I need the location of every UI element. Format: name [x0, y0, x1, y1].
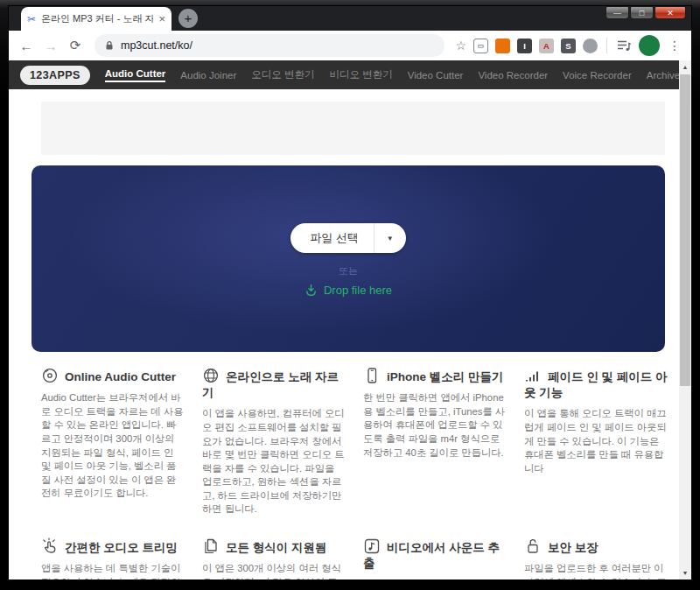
feature-cut-online: 온라인으로 노래 자르기 이 앱을 사용하면, 컴퓨터에 오디오 편집 소프트웨…	[202, 367, 346, 516]
i-extension-icon[interactable]: I	[517, 39, 532, 53]
hand-click-icon	[41, 537, 59, 555]
document-icon	[202, 537, 220, 555]
nav-item-video-converter[interactable]: 비디오 변환기	[329, 68, 392, 81]
close-button[interactable]: ✕	[654, 6, 686, 19]
feature-fade-in-out: 페이드 인 및 페이드 아웃 기능 이 앱을 통해 오디오 트랙이 매끄럽게 페…	[524, 367, 668, 516]
maximize-icon: □	[640, 9, 644, 18]
bookmark-star-icon[interactable]: ☆	[455, 39, 466, 53]
logo-123apps[interactable]: 123APPS	[20, 66, 90, 85]
url-text[interactable]: mp3cut.net/ko/	[121, 39, 192, 52]
maximize-button[interactable]: □	[630, 6, 654, 19]
feature-extract-sound: 비디오에서 사운드 추출 Audio Cutter를 통해 비디오에서 오디오 …	[363, 537, 508, 579]
round-extension-icon[interactable]	[583, 39, 598, 53]
toolbar-separator	[606, 38, 607, 53]
upload-dropzone[interactable]: 파일 선택 ▼ 또는 Drop file here	[32, 165, 665, 352]
feature-title: 보안 보장	[548, 541, 598, 554]
feature-title: 모든 형식이 지원됨	[226, 541, 327, 554]
drop-file-link[interactable]: Drop file here	[304, 284, 392, 297]
page-scrollbar[interactable]: ▲ ▼	[679, 60, 691, 579]
s-extension-icon[interactable]: S	[561, 39, 576, 53]
drop-file-label: Drop file here	[324, 284, 392, 297]
feature-title: 비디오에서 사운드 추출	[363, 541, 500, 570]
feature-iphone-ringtone: iPhone 벨소리 만들기 한 번만 클릭하면 앱에서 iPhone용 벨소리…	[363, 367, 508, 516]
chevron-down-icon[interactable]: ▼	[374, 223, 406, 253]
profile-avatar[interactable]	[639, 35, 660, 56]
forward-icon[interactable]: →	[42, 39, 60, 53]
or-label: 또는	[339, 264, 358, 277]
download-icon	[304, 284, 318, 297]
ad-placeholder	[41, 102, 665, 155]
feature-text: 이 앱을 통해 오디오 트랙이 매끄럽게 페이드 인 및 페이드 아웃되게 만들…	[524, 407, 668, 475]
media-queue-icon[interactable]	[616, 39, 632, 53]
feature-text: 앱을 사용하는 데 특별한 기술이 필요하지 않습니다. 매우 간단합니다. 파…	[41, 562, 186, 579]
pip-extension-icon[interactable]: ▭	[473, 39, 488, 53]
lock-icon	[105, 40, 114, 51]
feature-title: 페이드 인 및 페이드 아웃 기능	[524, 370, 668, 399]
browser-tab[interactable]: ✂ 온라인 MP3 커터 - 노래 자르기 ×	[21, 7, 172, 31]
scroll-down-icon[interactable]: ▼	[682, 566, 689, 579]
minimize-button[interactable]: —	[606, 6, 629, 19]
browser-toolbar: ← → ⟳ mp3cut.net/ko/ ☆ ▭ I A S ⋮	[9, 31, 691, 60]
page-content: 파일 선택 ▼ 또는 Drop file here	[9, 89, 679, 579]
feature-text: 파일을 업로드한 후 여러분만 이 파일에 액세스할 수 있습니다. 프로세스의…	[524, 562, 668, 579]
nav-item-video-cutter[interactable]: Video Cutter	[408, 70, 464, 81]
music-note-icon	[363, 537, 381, 555]
acrobat-extension-icon[interactable]: A	[539, 39, 554, 53]
tab-title: 온라인 MP3 커터 - 노래 자르기	[41, 12, 153, 25]
iphone-icon	[363, 367, 381, 384]
feature-title: 온라인으로 노래 자르기	[202, 370, 339, 399]
scroll-up-icon[interactable]: ▲	[682, 60, 689, 74]
nav-item-audio-joiner[interactable]: Audio Joiner	[180, 70, 236, 81]
globe-icon	[202, 367, 220, 384]
feature-text: 이 앱은 300개 이상의 여러 형식을 지원하며, 더 많은 형식이 목록에 …	[202, 562, 346, 579]
tab-strip: ✂ 온라인 MP3 커터 - 노래 자르기 × +	[9, 6, 691, 31]
back-icon[interactable]: ←	[18, 39, 35, 53]
feature-text: Audio Cutter를 통해 비디오에서 오디오 트랙을 추출할 수 있습니…	[363, 579, 508, 580]
scrollbar-thumb[interactable]	[680, 74, 690, 386]
new-tab-button[interactable]: +	[178, 9, 198, 28]
disc-icon	[41, 367, 59, 384]
file-select-button[interactable]: 파일 선택 ▼	[290, 223, 406, 253]
scissors-favicon-icon: ✂	[27, 13, 36, 25]
feature-title: 간편한 오디오 트리밍	[65, 541, 178, 554]
nav-item-audio-converter[interactable]: 오디오 변환기	[251, 68, 314, 81]
feature-title: Online Audio Cutter	[65, 370, 176, 383]
tab-close-icon[interactable]: ×	[158, 12, 165, 25]
feature-security: 보안 보장 파일을 업로드한 후 여러분만 이 파일에 액세스할 수 있습니다.…	[524, 537, 668, 579]
feature-text: Audio Cutter는 브라우저에서 바로 오디오 트랙을 자르는 데 사용…	[41, 391, 186, 501]
nav-item-video-recorder[interactable]: Video Recorder	[478, 70, 548, 81]
nav-item-voice-recorder[interactable]: Voice Recorder	[563, 70, 632, 81]
fade-bars-icon	[524, 367, 542, 384]
features-grid: Online Audio Cutter Audio Cutter는 브라우저에서…	[41, 367, 668, 579]
orange-extension-icon[interactable]	[495, 39, 510, 53]
nav-item-audio-cutter[interactable]: Audio Cutter	[105, 68, 166, 82]
feature-text: 한 번만 클릭하면 앱에서 iPhone용 벨소리를 만들고, iTunes를 …	[363, 391, 508, 460]
address-bar[interactable]: mp3cut.net/ko/	[94, 34, 444, 57]
feature-online-audio-cutter: Online Audio Cutter Audio Cutter는 브라우저에서…	[41, 367, 186, 516]
browser-menu-icon[interactable]: ⋮	[667, 39, 682, 53]
padlock-icon	[524, 537, 542, 555]
reload-icon[interactable]: ⟳	[66, 38, 84, 53]
browser-window: ✂ 온라인 MP3 커터 - 노래 자르기 × + ← → ⟳ mp3cut.n…	[9, 6, 691, 579]
close-icon: ✕	[667, 9, 674, 18]
feature-title: iPhone 벨소리 만들기	[387, 370, 504, 383]
feature-all-formats: 모든 형식이 지원됨 이 앱은 300개 이상의 여러 형식을 지원하며, 더 …	[202, 537, 346, 579]
feature-text: 이 앱을 사용하면, 컴퓨터에 오디오 편집 소프트웨어를 설치할 필요가 없습…	[202, 407, 346, 516]
file-select-label: 파일 선택	[290, 223, 374, 253]
feature-easy-trimming: 간편한 오디오 트리밍 앱을 사용하는 데 특별한 기술이 필요하지 않습니다.…	[41, 537, 186, 579]
minimize-icon: —	[613, 9, 621, 18]
site-navbar: 123APPS Audio Cutter Audio Joiner 오디오 변환…	[9, 60, 679, 89]
window-controls: — □ ✕	[606, 6, 686, 19]
